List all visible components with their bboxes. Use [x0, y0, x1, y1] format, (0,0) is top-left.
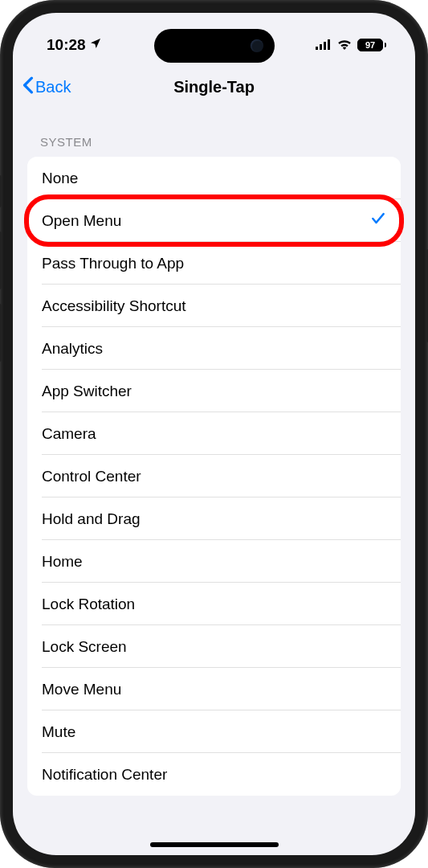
option-label: None: [42, 170, 78, 187]
camera-dot: [251, 39, 263, 52]
list-item[interactable]: Lock Screen: [27, 625, 401, 668]
option-label: Open Menu: [42, 212, 121, 230]
status-time: 10:28: [47, 36, 86, 54]
option-label: Analytics: [42, 340, 103, 358]
content-area: SYSTEM NoneOpen MenuPass Through to AppA…: [13, 106, 415, 796]
wifi-icon: [336, 36, 353, 54]
svg-rect-0: [316, 47, 318, 50]
list-item[interactable]: App Switcher: [27, 370, 401, 412]
navigation-bar: Back Single-Tap: [13, 68, 415, 106]
list-item[interactable]: Camera: [27, 412, 401, 455]
option-label: Camera: [42, 425, 96, 443]
list-item[interactable]: Mute: [27, 710, 401, 753]
phone-screen: 10:28 97: [13, 13, 415, 855]
section-header: SYSTEM: [13, 135, 415, 157]
option-label: Lock Rotation: [42, 596, 135, 613]
side-button: [0, 231, 2, 289]
list-item[interactable]: Home: [27, 540, 401, 583]
list-item[interactable]: Open Menu: [27, 199, 401, 242]
list-item[interactable]: Analytics: [27, 327, 401, 370]
option-label: Mute: [42, 723, 75, 741]
chevron-left-icon: [22, 76, 34, 98]
cellular-icon: [316, 36, 332, 54]
option-label: Home: [42, 553, 83, 571]
home-indicator[interactable]: [150, 842, 279, 847]
option-label: App Switcher: [42, 383, 132, 400]
option-label: Pass Through to App: [42, 255, 184, 272]
dynamic-island: [154, 29, 275, 63]
list-item[interactable]: Accessibility Shortcut: [27, 285, 401, 327]
option-label: Notification Center: [42, 766, 167, 784]
list-item[interactable]: Move Menu: [27, 668, 401, 710]
back-label: Back: [35, 78, 71, 96]
phone-frame: 10:28 97: [0, 0, 428, 868]
option-label: Lock Screen: [42, 638, 127, 656]
location-icon: [89, 36, 102, 54]
svg-rect-3: [328, 39, 330, 50]
option-label: Control Center: [42, 468, 141, 485]
option-label: Accessibility Shortcut: [42, 297, 186, 315]
list-item[interactable]: Hold and Drag: [27, 497, 401, 540]
list-item[interactable]: Control Center: [27, 455, 401, 497]
svg-rect-2: [324, 42, 326, 50]
side-button: [0, 304, 2, 362]
list-item[interactable]: None: [27, 157, 401, 199]
battery-icon: 97: [357, 39, 386, 51]
list-item[interactable]: Notification Center: [27, 753, 401, 796]
option-label: Hold and Drag: [42, 510, 141, 528]
page-title: Single-Tap: [173, 78, 255, 96]
check-icon: [370, 211, 386, 231]
option-label: Move Menu: [42, 681, 121, 698]
back-button[interactable]: Back: [22, 76, 71, 98]
list-item[interactable]: Lock Rotation: [27, 583, 401, 625]
options-list: NoneOpen MenuPass Through to AppAccessib…: [27, 157, 401, 796]
side-button: [0, 175, 2, 207]
list-item[interactable]: Pass Through to App: [27, 242, 401, 285]
svg-rect-1: [320, 44, 322, 50]
